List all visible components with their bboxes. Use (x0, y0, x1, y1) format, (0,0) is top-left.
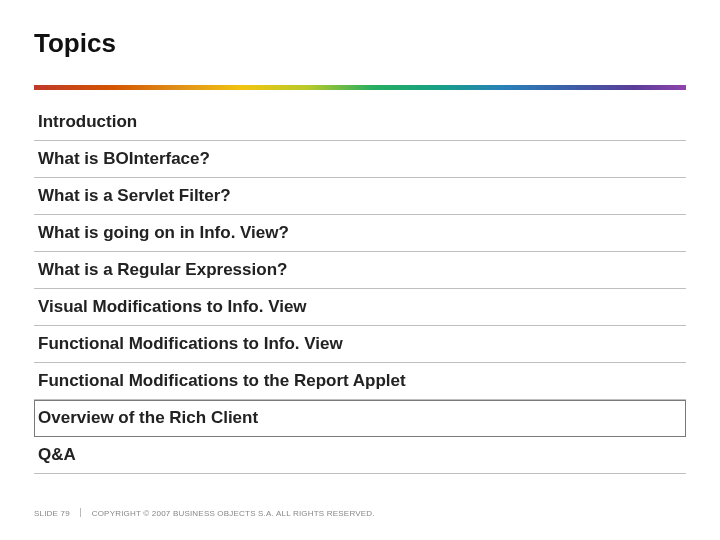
page-title: Topics (34, 28, 686, 59)
topic-item: What is BOInterface? (34, 141, 686, 178)
footer-separator (80, 508, 81, 517)
topics-list: Introduction What is BOInterface? What i… (34, 104, 686, 474)
slide-footer: SLIDE 79 COPYRIGHT © 2007 BUSINESS OBJEC… (34, 508, 375, 518)
topic-item: What is going on in Info. View? (34, 215, 686, 252)
topic-item: Functional Modifications to the Report A… (34, 363, 686, 400)
topic-item: Q&A (34, 437, 686, 474)
topic-item: Functional Modifications to Info. View (34, 326, 686, 363)
copyright-text: COPYRIGHT © 2007 BUSINESS OBJECTS S.A. A… (92, 509, 375, 518)
rainbow-divider (34, 85, 686, 90)
topic-item: What is a Servlet Filter? (34, 178, 686, 215)
topic-item-highlighted: Overview of the Rich Client (34, 400, 686, 437)
slide: Topics Introduction What is BOInterface?… (0, 0, 720, 540)
topic-item: Visual Modifications to Info. View (34, 289, 686, 326)
topic-item: Introduction (34, 104, 686, 141)
slide-number: SLIDE 79 (34, 509, 70, 518)
topic-item: What is a Regular Expression? (34, 252, 686, 289)
